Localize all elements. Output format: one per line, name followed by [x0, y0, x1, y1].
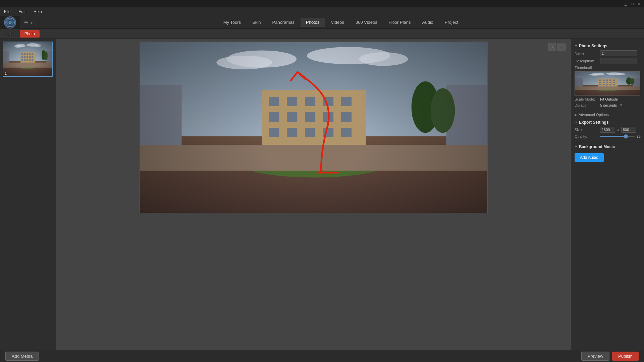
- thumbnail-preview: [575, 71, 640, 96]
- name-row: Name:: [575, 50, 641, 56]
- tab-audio[interactable]: Audio: [417, 18, 439, 27]
- description-row: Description:: [575, 58, 641, 64]
- photo-settings-arrow: ▼: [575, 44, 578, 48]
- logo-icon: [4, 16, 16, 28]
- toolbar-area: ✏ ⌕: [20, 20, 38, 25]
- export-settings-title: Export Settings: [579, 120, 609, 125]
- quality-slider-row: 75: [600, 134, 641, 138]
- zoom-controls: + −: [548, 43, 566, 51]
- publish-button[interactable]: Publish: [612, 352, 639, 361]
- search-icon[interactable]: ⌕: [31, 20, 34, 25]
- quality-value: 75: [637, 134, 641, 138]
- menu-edit[interactable]: Edit: [17, 9, 27, 15]
- canvas-area: + −: [56, 39, 571, 350]
- quality-row: Quality: 75: [575, 134, 641, 138]
- advanced-options-row[interactable]: ▶ Advanced Options: [571, 111, 644, 118]
- scale-mode-row: Scale Mode: Fit Outside: [575, 97, 641, 101]
- height-input[interactable]: [621, 127, 636, 133]
- subtab-list[interactable]: List: [3, 30, 18, 38]
- size-row: Size: x: [575, 127, 641, 133]
- background-music-header[interactable]: ▼ Background Music: [575, 144, 641, 149]
- subtab-bar: List Photo: [0, 29, 644, 39]
- quality-slider-thumb[interactable]: [624, 134, 628, 138]
- photo-settings-header[interactable]: ▼ Photo Settings: [575, 44, 641, 48]
- minimize-button[interactable]: _: [623, 1, 628, 6]
- background-music-arrow: ▼: [575, 145, 578, 148]
- scale-mode-value: Fit Outside: [600, 97, 618, 101]
- background-music-title: Background Music: [579, 144, 615, 149]
- svg-point-1: [9, 21, 11, 24]
- quality-slider[interactable]: [600, 136, 635, 137]
- zoom-in-button[interactable]: +: [548, 43, 556, 51]
- thumbnail-label: 1: [5, 71, 7, 75]
- tab-skin[interactable]: Skin: [247, 18, 266, 27]
- nav-tabs: My Tours Skin Panoramas Photos Videos 36…: [38, 18, 644, 27]
- duration-label: Duration:: [575, 103, 599, 107]
- pencil-icon[interactable]: ✏: [24, 20, 28, 25]
- duration-value: 5 seconds: [600, 103, 617, 107]
- maximize-button[interactable]: □: [630, 1, 635, 6]
- menubar: File Edit Help: [0, 7, 644, 16]
- titlebar: _ □ ×: [0, 0, 644, 7]
- description-label: Description:: [575, 59, 599, 63]
- photo-canvas: [140, 42, 488, 213]
- advanced-options-arrow: ▶: [575, 113, 577, 117]
- topnav: ✏ ⌕ My Tours Skin Panoramas Photos Video…: [0, 16, 644, 29]
- export-settings-section: ▼ Export Settings Size: x Quality: 75: [571, 118, 644, 142]
- tab-panoramas[interactable]: Panoramas: [267, 18, 300, 27]
- menu-help[interactable]: Help: [32, 9, 43, 15]
- add-media-button[interactable]: Add Media: [5, 352, 39, 361]
- preview-button[interactable]: Preview: [581, 352, 609, 361]
- tab-project[interactable]: Project: [439, 18, 464, 27]
- zoom-out-button[interactable]: −: [557, 43, 566, 51]
- size-x-label: x: [616, 127, 620, 132]
- sidebar-left: 1: [0, 39, 56, 350]
- close-button[interactable]: ×: [637, 1, 641, 6]
- advanced-options-label: Advanced Options: [579, 113, 609, 117]
- thumbnail-row: Thumbnail:: [575, 66, 641, 70]
- quality-label: Quality:: [575, 134, 599, 138]
- width-input[interactable]: [600, 127, 615, 133]
- tab-videos[interactable]: Videos: [325, 18, 350, 27]
- description-input[interactable]: [600, 58, 637, 64]
- photo-settings-title: Photo Settings: [579, 44, 607, 48]
- thumbnail-item-1[interactable]: 1: [3, 42, 53, 77]
- duration-spinner[interactable]: ⬆: [620, 103, 623, 107]
- size-label: Size:: [575, 128, 599, 132]
- tab-floor-plans[interactable]: Floor Plans: [383, 18, 416, 27]
- photo-settings-section: ▼ Photo Settings Name: Description: Thum…: [571, 42, 644, 111]
- bottom-right-buttons: Preview Publish: [581, 352, 639, 361]
- scale-mode-label: Scale Mode:: [575, 97, 599, 101]
- name-input[interactable]: [600, 50, 637, 56]
- main-layout: 1 + − ▼ Photo Settings: [0, 39, 644, 350]
- add-audio-button[interactable]: Add Audio: [575, 153, 604, 162]
- thumbnail-field-label: Thumbnail:: [575, 66, 599, 70]
- tab-my-tours[interactable]: My Tours: [218, 18, 247, 27]
- quality-slider-fill: [600, 136, 626, 137]
- tab-360-videos[interactable]: 360 Videos: [350, 18, 383, 27]
- export-settings-header[interactable]: ▼ Export Settings: [575, 120, 641, 125]
- background-music-section: ▼ Background Music Add Audio: [571, 142, 644, 164]
- subtab-photo[interactable]: Photo: [20, 30, 40, 38]
- export-settings-arrow: ▼: [575, 121, 578, 124]
- logo-area: [0, 16, 20, 29]
- name-label: Name:: [575, 51, 599, 55]
- right-panel: ▼ Photo Settings Name: Description: Thum…: [571, 39, 644, 350]
- bottom-bar: Add Media Preview Publish: [0, 350, 644, 362]
- titlebar-controls[interactable]: _ □ ×: [623, 1, 641, 6]
- menu-file[interactable]: File: [3, 9, 12, 15]
- duration-row: Duration: 5 seconds ⬆: [575, 103, 641, 107]
- tab-photos[interactable]: Photos: [301, 18, 325, 27]
